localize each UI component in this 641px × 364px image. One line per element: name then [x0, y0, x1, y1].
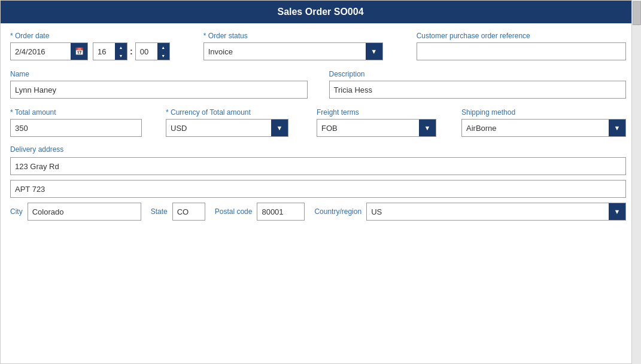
freight-label: Freight terms [317, 108, 442, 117]
currency-value: USD [166, 120, 271, 136]
address-line1-input[interactable] [10, 157, 626, 175]
hour-arrows: ▲ ▼ [115, 43, 127, 60]
shipping-dropdown-button[interactable]: ▼ [609, 120, 625, 136]
freight-select[interactable]: FOB ▼ [317, 119, 436, 137]
title-bar: Sales Order SO004 [1, 1, 640, 23]
sales-order-window: Sales Order SO004 Order date 2/4/2016 📅 [0, 0, 641, 364]
hour-up-button[interactable]: ▲ [115, 43, 127, 51]
city-input[interactable] [28, 203, 141, 221]
customer-ref-input[interactable] [417, 42, 626, 60]
freight-value: FOB [317, 120, 419, 136]
order-status-dropdown-button[interactable]: ▼ [366, 43, 382, 60]
name-input[interactable] [10, 81, 308, 99]
hour-select: 16 ▲ ▼ [93, 42, 127, 60]
address-line2-input[interactable] [10, 180, 626, 198]
currency-select[interactable]: USD ▼ [166, 119, 288, 137]
total-amount-input[interactable] [10, 119, 142, 137]
calendar-icon: 📅 [75, 47, 84, 56]
state-label: State [151, 207, 168, 216]
freight-chevron-icon: ▼ [424, 124, 431, 131]
state-input[interactable] [172, 203, 205, 221]
minute-up-button[interactable]: ▲ [157, 43, 169, 51]
order-status-label: Order status [203, 32, 383, 40]
scrollbar[interactable] [631, 23, 640, 363]
currency-chevron-icon: ▼ [277, 124, 283, 131]
shipping-value: AirBorne [462, 120, 609, 136]
total-amount-label: Total amount [10, 108, 154, 117]
order-date-wrapper: 2/4/2016 📅 [10, 42, 88, 60]
time-colon: : [130, 47, 133, 56]
order-date-label: Order date [10, 32, 170, 40]
country-label: Country/region [314, 207, 361, 216]
city-label: City [10, 207, 23, 216]
chevron-down-icon: ▼ [370, 48, 377, 55]
scrollbar-thumb[interactable] [633, 23, 640, 25]
description-label: Description [329, 70, 627, 78]
customer-ref-label: Customer purchase order reference [417, 32, 626, 40]
country-value: US [367, 203, 609, 220]
shipping-select[interactable]: AirBorne ▼ [461, 119, 626, 137]
delivery-address-label: Delivery address [10, 145, 626, 154]
shipping-chevron-icon: ▼ [614, 124, 621, 131]
minute-down-button[interactable]: ▼ [157, 51, 169, 60]
name-label: Name [10, 70, 308, 78]
order-status-select[interactable]: Invoice ▼ [203, 42, 383, 60]
window-title: Sales Order SO004 [277, 7, 363, 17]
country-select[interactable]: US ▼ [366, 203, 626, 221]
country-chevron-icon: ▼ [614, 208, 621, 215]
hour-down-button[interactable]: ▼ [115, 51, 127, 60]
postal-label: Postal code [215, 207, 253, 216]
minute-value: 00 [136, 43, 157, 60]
order-date-value: 2/4/2016 [11, 43, 71, 60]
order-status-value: Invoice [204, 43, 366, 60]
shipping-label: Shipping method [461, 108, 626, 117]
minute-arrows: ▲ ▼ [157, 43, 169, 60]
freight-dropdown-button[interactable]: ▼ [419, 120, 436, 136]
hour-value: 16 [93, 43, 115, 60]
currency-label: Currency of Total amount [166, 108, 297, 117]
time-wrapper: 16 ▲ ▼ : 00 ▲ ▼ [93, 42, 170, 60]
minute-select: 00 ▲ ▼ [135, 42, 170, 60]
postal-input[interactable] [257, 203, 305, 221]
calendar-button[interactable]: 📅 [71, 43, 87, 60]
description-input[interactable] [329, 81, 627, 99]
country-dropdown-button[interactable]: ▼ [609, 203, 625, 220]
currency-dropdown-button[interactable]: ▼ [271, 120, 288, 136]
